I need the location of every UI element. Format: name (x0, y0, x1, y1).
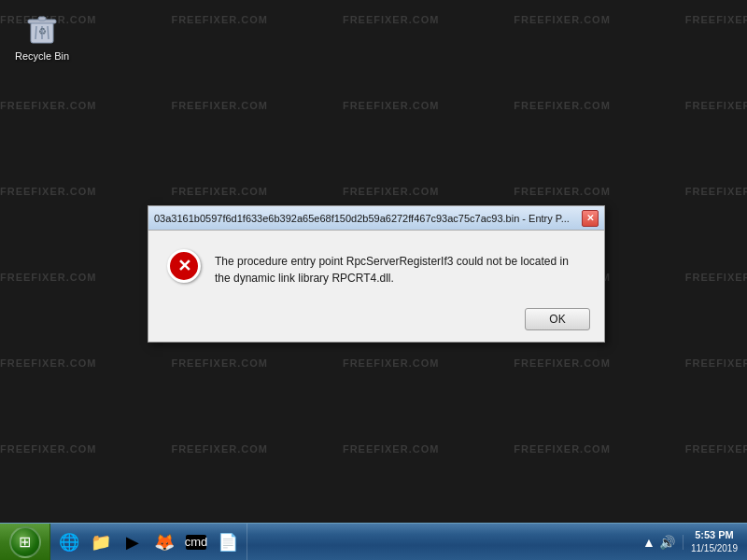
recycle-bin-icon[interactable]: ♻ Recycle Bin (9, 9, 75, 62)
tray-icons: ▲ 🔊 (642, 535, 684, 550)
clock[interactable]: 5:53 PM 11/15/2019 (687, 528, 741, 555)
watermark-text: FREEFIXER.COM (685, 14, 747, 25)
media-icon: ▶ (126, 532, 139, 553)
system-tray: ▲ 🔊 5:53 PM 11/15/2019 (637, 524, 747, 561)
error-icon: ✕ (167, 249, 201, 283)
firefox-taskbar-icon[interactable]: 🦊 (149, 527, 179, 557)
error-dialog: 03a3161b0597f6d1f633e6b392a65e68f150d2b5… (148, 205, 605, 343)
watermark-text: FREEFIXER.COM (343, 186, 439, 197)
watermark-text: FREEFIXER.COM (514, 100, 610, 111)
ie-taskbar-icon[interactable]: 🌐 (54, 527, 84, 557)
watermark-text: FREEFIXER.COM (514, 186, 610, 197)
ie-icon: 🌐 (59, 532, 79, 553)
recycle-bin-graphic: ♻ (23, 9, 61, 47)
watermark-text: FREEFIXER.COM (685, 186, 747, 197)
watermark-text: FREEFIXER.COM (343, 14, 439, 25)
tray-expand-icon[interactable]: ▲ (642, 535, 655, 550)
app-icon: 📄 (218, 532, 238, 553)
svg-line-5 (48, 26, 49, 39)
watermark-text: FREEFIXER.COM (0, 443, 96, 455)
desktop: FREEFIXER.COM FREEFIXER.COM FREEFIXER.CO… (0, 0, 747, 523)
svg-text:♻: ♻ (38, 26, 47, 36)
watermark-text: FREEFIXER.COM (685, 443, 747, 455)
svg-line-3 (35, 26, 36, 39)
media-taskbar-icon[interactable]: ▶ (118, 527, 148, 557)
volume-icon[interactable]: 🔊 (659, 535, 675, 550)
quick-launch: 🌐 📁 ▶ 🦊 cmd 📄 (50, 524, 247, 561)
cmd-icon: cmd (186, 535, 206, 550)
folder-taskbar-icon[interactable]: 📁 (86, 527, 116, 557)
windows-icon: ⊞ (19, 533, 31, 551)
watermark-text: FREEFIXER.COM (0, 186, 96, 197)
watermark-text: FREEFIXER.COM (0, 357, 96, 369)
watermark-text: FREEFIXER.COM (685, 100, 747, 111)
ok-button[interactable]: OK (525, 308, 590, 330)
watermark-text: FREEFIXER.COM (171, 14, 267, 25)
watermark-text: FREEFIXER.COM (171, 186, 267, 197)
svg-rect-2 (38, 17, 46, 21)
folder-icon: 📁 (91, 532, 111, 553)
error-icon-circle: ✕ (167, 249, 201, 283)
watermark-text: FREEFIXER.COM (514, 357, 610, 369)
start-button[interactable]: ⊞ (0, 524, 50, 561)
start-orb: ⊞ (9, 526, 41, 558)
recycle-bin-label: Recycle Bin (9, 50, 75, 62)
watermark-text: FREEFIXER.COM (685, 357, 747, 369)
app-taskbar-icon[interactable]: 📄 (213, 527, 243, 557)
watermark-text: FREEFIXER.COM (514, 443, 610, 455)
dialog-message: The procedure entry point RpcServerRegis… (215, 249, 585, 287)
clock-time: 5:53 PM (695, 528, 734, 542)
watermark-text: FREEFIXER.COM (343, 100, 439, 111)
watermark-text: FREEFIXER.COM (343, 443, 439, 455)
watermark-text: FREEFIXER.COM (685, 272, 747, 283)
watermark-text: FREEFIXER.COM (171, 443, 267, 455)
clock-date: 11/15/2019 (691, 542, 738, 555)
watermark-text: FREEFIXER.COM (343, 357, 439, 369)
watermark-text: FREEFIXER.COM (0, 272, 96, 283)
cmd-taskbar-icon[interactable]: cmd (181, 527, 211, 557)
dialog-footer: OK (148, 301, 604, 342)
dialog-body: ✕ The procedure entry point RpcServerReg… (148, 231, 604, 301)
firefox-icon: 🦊 (154, 532, 175, 553)
watermark-text: FREEFIXER.COM (0, 100, 96, 111)
watermark-text: FREEFIXER.COM (171, 100, 267, 111)
dialog-titlebar: 03a3161b0597f6d1f633e6b392a65e68f150d2b5… (148, 206, 604, 231)
dialog-title: 03a3161b0597f6d1f633e6b392a65e68f150d2b5… (154, 213, 578, 224)
dialog-close-button[interactable]: ✕ (582, 210, 599, 227)
taskbar: ⊞ 🌐 📁 ▶ 🦊 cmd 📄 ▲ 🔊 5:53 PM 11/15/2 (0, 523, 747, 560)
watermark-text: FREEFIXER.COM (171, 357, 267, 369)
watermark-text: FREEFIXER.COM (514, 14, 610, 25)
error-x-symbol: ✕ (177, 258, 191, 274)
